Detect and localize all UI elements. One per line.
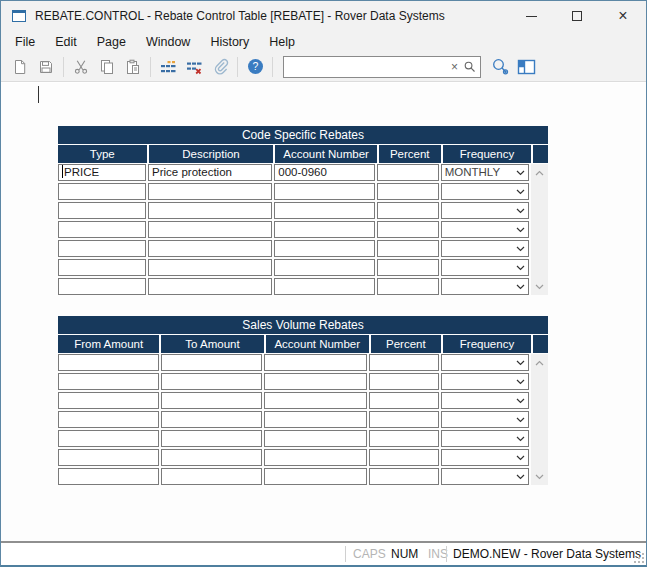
frequency-dropdown[interactable] (441, 468, 529, 485)
cell-input[interactable] (264, 354, 367, 371)
cell-input[interactable] (377, 259, 439, 276)
cell-input[interactable] (58, 411, 159, 428)
cell-input[interactable] (58, 449, 159, 466)
cell-input[interactable] (148, 183, 272, 200)
cell-input[interactable] (58, 468, 159, 485)
cell-input[interactable] (148, 278, 272, 295)
cell-input[interactable] (274, 183, 375, 200)
delete-line-icon[interactable] (181, 55, 207, 79)
cell-input[interactable] (369, 468, 439, 485)
menu-item-window[interactable]: Window (136, 33, 200, 51)
cell-input[interactable] (161, 411, 263, 428)
frequency-dropdown[interactable] (441, 221, 529, 238)
frequency-dropdown[interactable] (441, 259, 529, 276)
frequency-dropdown[interactable] (441, 240, 529, 257)
cell-input[interactable] (274, 259, 375, 276)
menu-item-file[interactable]: File (5, 33, 45, 51)
frequency-dropdown[interactable] (441, 392, 529, 409)
cell-input[interactable] (377, 164, 439, 181)
paste-icon[interactable] (120, 55, 146, 79)
cell-input[interactable] (274, 278, 375, 295)
frequency-dropdown[interactable] (441, 430, 529, 447)
cell-input[interactable] (58, 202, 146, 219)
scroll-down-icon[interactable] (531, 469, 548, 484)
cell-input[interactable]: PRICE (58, 164, 146, 181)
cell-input[interactable] (264, 392, 367, 409)
cell-input[interactable] (161, 430, 263, 447)
vertical-scrollbar[interactable] (531, 164, 548, 295)
menu-item-history[interactable]: History (200, 33, 259, 51)
cell-input[interactable] (274, 202, 375, 219)
cell-input[interactable] (264, 449, 367, 466)
scroll-up-icon[interactable] (531, 165, 548, 180)
cell-input[interactable]: 000-0960 (274, 164, 375, 181)
cell-input[interactable] (369, 373, 439, 390)
cell-input[interactable] (148, 259, 272, 276)
cell-input[interactable] (161, 468, 263, 485)
maximize-button[interactable] (554, 1, 600, 31)
attach-icon[interactable] (207, 55, 233, 79)
frequency-dropdown[interactable]: MONTHLY (441, 164, 529, 181)
cell-input[interactable] (369, 430, 439, 447)
frequency-dropdown[interactable] (441, 202, 529, 219)
cell-input[interactable] (161, 373, 263, 390)
cell-input[interactable]: Price protection (148, 164, 272, 181)
menu-item-edit[interactable]: Edit (45, 33, 87, 51)
cell-input[interactable] (58, 183, 146, 200)
cell-input[interactable] (148, 221, 272, 238)
cell-input[interactable] (377, 221, 439, 238)
cell-input[interactable] (161, 449, 263, 466)
cell-input[interactable] (369, 392, 439, 409)
scroll-down-icon[interactable] (531, 279, 548, 294)
cell-input[interactable] (148, 202, 272, 219)
insert-line-icon[interactable] (155, 55, 181, 79)
cell-input[interactable] (58, 392, 159, 409)
frequency-dropdown[interactable] (441, 354, 529, 371)
clear-search-icon[interactable]: × (447, 61, 462, 73)
new-document-icon[interactable] (7, 55, 33, 79)
cell-input[interactable] (161, 354, 263, 371)
cell-input[interactable] (274, 221, 375, 238)
table-view-icon[interactable] (513, 55, 539, 79)
cell-input[interactable] (264, 411, 367, 428)
resize-grip-icon[interactable] (632, 551, 644, 563)
copy-icon[interactable] (94, 55, 120, 79)
cell-input[interactable] (274, 240, 375, 257)
minimize-button[interactable] (508, 1, 554, 31)
menu-item-page[interactable]: Page (87, 33, 136, 51)
cut-icon[interactable] (68, 55, 94, 79)
cell-input[interactable] (148, 240, 272, 257)
help-icon[interactable]: ? (242, 55, 268, 79)
scroll-up-icon[interactable] (531, 355, 548, 370)
cell-input[interactable] (369, 354, 439, 371)
cell-input[interactable] (58, 240, 146, 257)
cell-input[interactable] (264, 373, 367, 390)
find-record-icon[interactable] (487, 55, 513, 79)
cell-input[interactable] (161, 392, 263, 409)
cell-input[interactable] (377, 278, 439, 295)
menu-item-help[interactable]: Help (259, 33, 305, 51)
cell-input[interactable] (58, 278, 146, 295)
frequency-dropdown[interactable] (441, 278, 529, 295)
cell-input[interactable] (369, 411, 439, 428)
cell-input[interactable] (377, 183, 439, 200)
cell-input[interactable] (58, 373, 159, 390)
frequency-dropdown[interactable] (441, 183, 529, 200)
close-button[interactable]: × (600, 1, 646, 31)
frequency-dropdown[interactable] (441, 411, 529, 428)
cell-input[interactable] (58, 430, 159, 447)
frequency-dropdown[interactable] (441, 373, 529, 390)
cell-input[interactable] (58, 259, 146, 276)
vertical-scrollbar[interactable] (531, 354, 548, 485)
search-input[interactable] (284, 58, 447, 76)
cell-input[interactable] (377, 202, 439, 219)
frequency-dropdown[interactable] (441, 449, 529, 466)
cell-input[interactable] (264, 430, 367, 447)
save-icon[interactable] (33, 55, 59, 79)
cell-input[interactable] (58, 221, 146, 238)
cell-input[interactable] (369, 449, 439, 466)
cell-input[interactable] (264, 468, 367, 485)
cell-input[interactable] (58, 354, 159, 371)
cell-input[interactable] (377, 240, 439, 257)
search-icon[interactable] (462, 60, 481, 73)
